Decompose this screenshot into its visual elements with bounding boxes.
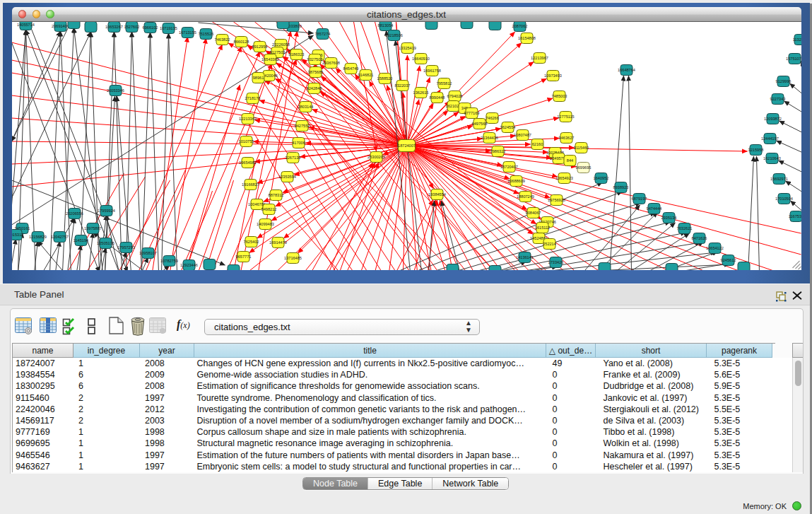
svg-text:9115460: 9115460 [573, 146, 588, 150]
svg-text:13654923: 13654923 [555, 176, 573, 180]
svg-text:12042757: 12042757 [51, 235, 69, 239]
svg-text:19166827: 19166827 [242, 182, 259, 187]
svg-text:8471626: 8471626 [691, 236, 707, 240]
svg-text:8660128: 8660128 [233, 40, 249, 44]
svg-text:1615112: 1615112 [534, 226, 549, 230]
svg-text:6794028: 6794028 [447, 94, 462, 98]
svg-text:3624554: 3624554 [500, 125, 515, 129]
svg-text:8938923: 8938923 [613, 185, 628, 189]
svg-text:10807487: 10807487 [514, 133, 531, 137]
svg-text:9129996: 9129996 [775, 79, 791, 83]
svg-text:10653267: 10653267 [105, 25, 123, 29]
svg-text:1145194: 1145194 [73, 238, 88, 243]
svg-text:8878312: 8878312 [268, 193, 283, 197]
svg-text:9463627: 9463627 [558, 136, 574, 140]
svg-text:8990448: 8990448 [429, 95, 445, 100]
svg-text:7463822: 7463822 [214, 37, 230, 42]
svg-text:16713155: 16713155 [179, 30, 196, 35]
svg-text:25300203: 25300203 [367, 155, 385, 159]
svg-text:7986322: 7986322 [490, 149, 505, 153]
svg-text:12444197: 12444197 [761, 136, 779, 141]
svg-text:17957293: 17957293 [117, 245, 135, 250]
svg-text:8912954: 8912954 [252, 45, 267, 49]
svg-text:9227343: 9227343 [770, 97, 785, 101]
svg-text:15751074: 15751074 [786, 57, 801, 61]
svg-text:10958107: 10958107 [139, 251, 157, 255]
svg-text:20691406: 20691406 [52, 24, 69, 28]
svg-text:9427552: 9427552 [294, 124, 310, 128]
svg-text:15720407: 15720407 [500, 165, 518, 169]
svg-text:2718176: 2718176 [245, 96, 260, 100]
svg-text:7515526: 7515526 [198, 32, 213, 36]
svg-text:8322037: 8322037 [394, 83, 410, 88]
svg-text:1132549: 1132549 [792, 37, 801, 42]
svg-text:14136141: 14136141 [516, 255, 534, 259]
svg-text:14099483: 14099483 [257, 222, 274, 226]
svg-text:417006: 417006 [292, 141, 305, 145]
svg-text:7955812: 7955812 [436, 81, 452, 86]
svg-text:10688609: 10688609 [507, 179, 525, 183]
svg-text:18724007: 18724007 [398, 144, 416, 148]
svg-text:1588520: 1588520 [377, 76, 392, 81]
svg-text:10782759: 10782759 [160, 259, 178, 263]
svg-text:9699695: 9699695 [575, 165, 591, 170]
svg-text:6497568: 6497568 [471, 122, 487, 126]
svg-text:13325419: 13325419 [399, 46, 416, 50]
svg-text:17959924: 17959924 [98, 209, 115, 213]
svg-text:15692971: 15692971 [770, 177, 788, 181]
svg-text:9777169: 9777169 [464, 111, 479, 115]
svg-text:1167534: 1167534 [788, 214, 801, 218]
svg-text:16914479: 16914479 [269, 240, 287, 245]
svg-text:1733426: 1733426 [548, 260, 563, 264]
svg-text:7632621: 7632621 [676, 226, 692, 230]
svg-text:12505135: 12505135 [97, 241, 114, 245]
svg-text:6879197: 6879197 [631, 197, 647, 201]
svg-text:9474444: 9474444 [646, 206, 661, 211]
svg-text:20053346: 20053346 [107, 88, 124, 93]
svg-text:8186323: 8186323 [288, 52, 304, 57]
svg-text:252214: 252214 [543, 242, 556, 246]
svg-text:12353594: 12353594 [278, 175, 296, 179]
svg-text:1527602: 1527602 [124, 25, 139, 29]
svg-text:19654982: 19654982 [239, 160, 257, 165]
svg-text:16154808: 16154808 [518, 36, 536, 40]
svg-text:21364436: 21364436 [481, 136, 498, 140]
svg-text:2803144: 2803144 [298, 105, 313, 109]
svg-text:12213363: 12213363 [239, 117, 257, 121]
svg-text:7857274: 7857274 [314, 32, 330, 36]
svg-text:16961758: 16961758 [423, 69, 441, 73]
svg-text:98961: 98961 [252, 76, 264, 80]
svg-text:13716485: 13716485 [284, 256, 302, 260]
svg-text:3267130: 3267130 [285, 156, 300, 160]
svg-text:14055714: 14055714 [17, 23, 35, 27]
svg-text:12923446: 12923446 [180, 263, 198, 267]
svg-text:16640910: 16640910 [412, 57, 430, 61]
svg-text:1010755: 1010755 [238, 139, 254, 144]
svg-text:3875685: 3875685 [307, 70, 323, 74]
svg-text:18807249: 18807249 [517, 194, 534, 199]
svg-text:844: 844 [566, 158, 572, 163]
svg-text:9084067: 9084067 [525, 211, 541, 215]
svg-text:8454749: 8454749 [343, 66, 358, 71]
svg-text:12156829: 12156829 [29, 235, 47, 239]
svg-text:1362615: 1362615 [413, 90, 428, 95]
svg-text:12093872: 12093872 [764, 117, 782, 121]
svg-text:16648764: 16648764 [618, 68, 635, 72]
svg-text:9327503: 9327503 [307, 57, 322, 62]
svg-text:23226058: 23226058 [272, 42, 290, 47]
svg-text:7485003: 7485003 [551, 94, 567, 98]
svg-text:2087062: 2087062 [512, 24, 527, 28]
svg-text:20206556: 20206556 [66, 211, 83, 216]
svg-text:19218506: 19218506 [385, 33, 403, 37]
svg-text:3215958: 3215958 [748, 148, 763, 152]
svg-text:17010504: 17010504 [775, 197, 793, 201]
svg-text:62160: 62160 [531, 142, 543, 146]
svg-text:19384554: 19384554 [428, 192, 446, 197]
svg-text:29367608: 29367608 [322, 61, 340, 65]
svg-text:9245612: 9245612 [720, 258, 736, 262]
svg-text:19756928: 19756928 [548, 198, 565, 202]
svg-text:746266: 746266 [486, 116, 499, 120]
svg-text:16543362: 16543362 [261, 57, 279, 62]
svg-text:2935134: 2935134 [661, 216, 676, 220]
svg-text:10719135: 10719135 [160, 26, 177, 30]
